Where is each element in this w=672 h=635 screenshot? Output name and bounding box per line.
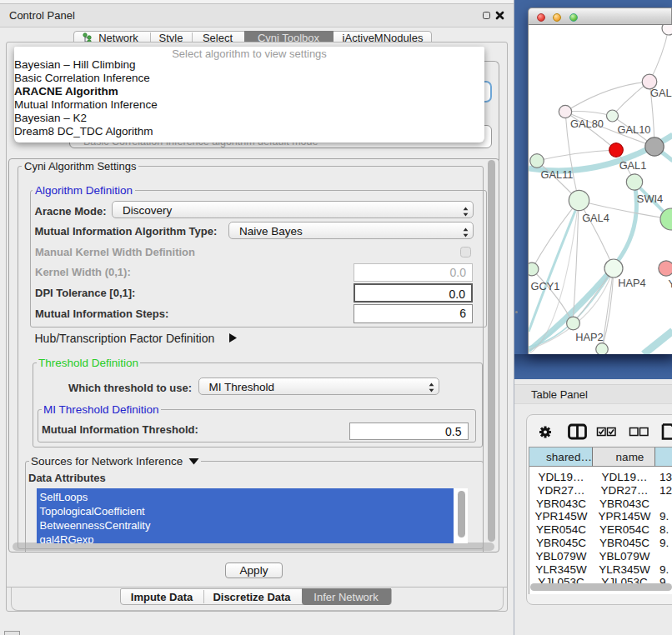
svg-text:GAL11: GAL11	[541, 168, 574, 181]
svg-text:GAL10: GAL10	[618, 123, 651, 136]
svg-text:GAL2: GAL2	[650, 87, 672, 99]
svg-text:HAP4: HAP4	[618, 277, 645, 289]
svg-text:HAP2: HAP2	[575, 331, 603, 343]
svg-text:GCY1: GCY1	[531, 280, 560, 292]
svg-text:GAL1: GAL1	[619, 159, 647, 172]
svg-text:YM: YM	[669, 278, 672, 290]
svg-text:GAL80: GAL80	[570, 118, 604, 130]
svg-text:SWI4: SWI4	[637, 192, 663, 205]
svg-text:GAL4: GAL4	[582, 212, 609, 224]
